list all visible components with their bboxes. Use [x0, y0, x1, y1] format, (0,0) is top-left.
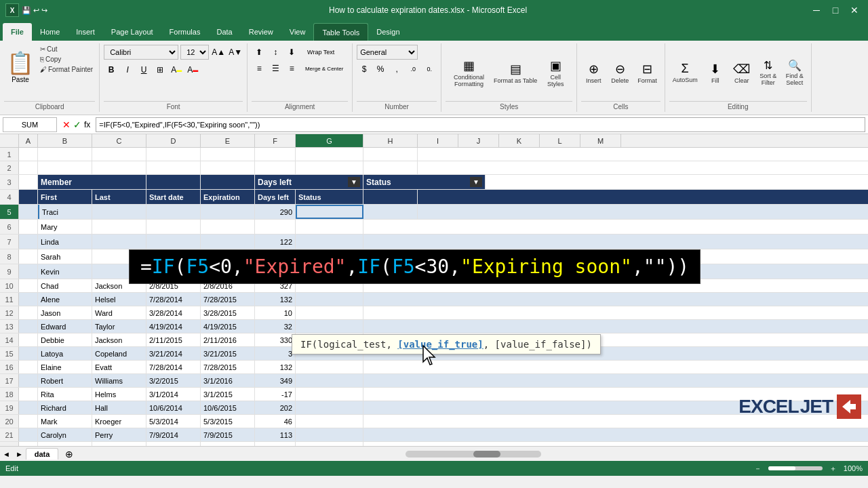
cell-d14[interactable]: 2/11/2015	[146, 333, 201, 346]
tab-insert[interactable]: Insert	[68, 23, 103, 41]
tab-review[interactable]: Review	[241, 23, 281, 41]
cell-b22[interactable]: Tim	[38, 442, 92, 446]
formula-input[interactable]	[96, 117, 865, 132]
cell-g1[interactable]	[296, 148, 363, 161]
cancel-formula-icon[interactable]: ✕	[62, 119, 71, 130]
cell-d17[interactable]: 3/2/2015	[146, 374, 201, 387]
cell-c19[interactable]: Hall	[92, 401, 146, 414]
cell-b8[interactable]: Sarah	[38, 249, 92, 264]
border-button[interactable]: ⊞	[153, 62, 167, 77]
align-top-button[interactable]: ⬆	[252, 45, 267, 60]
cell-d21[interactable]: 7/9/2014	[146, 428, 201, 441]
col-header-b[interactable]: B	[38, 134, 92, 147]
cell-g6[interactable]	[296, 220, 363, 234]
cell-c18[interactable]: Helms	[92, 388, 146, 401]
cell-b4[interactable]: First	[38, 190, 92, 204]
cell-d2[interactable]	[146, 161, 201, 174]
comma-button[interactable]: ,	[389, 62, 404, 77]
cell-d3[interactable]	[146, 175, 201, 189]
cell-c7[interactable]	[92, 235, 146, 249]
cell-a4[interactable]	[19, 190, 38, 204]
autosum-button[interactable]: Σ AutoSum	[669, 60, 701, 86]
number-format-selector[interactable]: General	[357, 45, 418, 60]
cell-f7[interactable]: 122	[255, 235, 296, 249]
cell-c6[interactable]	[92, 220, 146, 234]
cell-d6[interactable]	[146, 220, 201, 234]
tab-home[interactable]: Home	[32, 23, 68, 41]
cell-c5[interactable]	[92, 205, 146, 219]
cell-g7[interactable]	[296, 235, 363, 249]
tab-file[interactable]: File	[3, 23, 32, 41]
cell-a1[interactable]	[19, 148, 38, 161]
cell-b11[interactable]: Alene	[38, 293, 92, 306]
cell-b17[interactable]: Robert	[38, 374, 92, 387]
cell-f15[interactable]: 3	[255, 347, 296, 360]
conditional-formatting-button[interactable]: ▦ ConditionalFormatting	[450, 56, 488, 90]
cell-a22[interactable]	[19, 442, 38, 446]
cell-c17[interactable]: Williams	[92, 374, 146, 387]
insert-function-icon[interactable]: fx	[84, 120, 90, 129]
cell-c2[interactable]	[92, 161, 146, 174]
cell-e3[interactable]	[201, 175, 255, 189]
cell-f12[interactable]: 10	[255, 306, 296, 319]
currency-button[interactable]: $	[357, 62, 372, 77]
cell-h1[interactable]	[363, 148, 418, 161]
cell-d7[interactable]	[146, 235, 201, 249]
cell-e16[interactable]: 7/28/2015	[201, 361, 255, 373]
tab-data[interactable]: Data	[208, 23, 240, 41]
clear-button[interactable]: ⌫ Clear	[730, 60, 754, 87]
cell-g22[interactable]	[296, 442, 363, 446]
cell-h5[interactable]	[363, 205, 418, 219]
cell-g16[interactable]	[296, 361, 363, 373]
cell-a13[interactable]	[19, 320, 38, 333]
confirm-formula-icon[interactable]: ✓	[73, 119, 81, 130]
scroll-thumb[interactable]	[473, 451, 500, 458]
font-size-selector[interactable]: 12	[180, 45, 209, 60]
cell-b10[interactable]: Chad	[38, 279, 92, 292]
cell-b18[interactable]: Rita	[38, 388, 92, 401]
align-middle-button[interactable]: ↕	[268, 45, 283, 60]
cell-a8[interactable]	[19, 249, 38, 264]
cell-e7[interactable]	[201, 235, 255, 249]
cell-e18[interactable]: 3/1/2015	[201, 388, 255, 401]
delete-cells-button[interactable]: ⊖ Delete	[608, 60, 632, 87]
cell-a14[interactable]	[19, 333, 38, 346]
cell-f1[interactable]	[255, 148, 296, 161]
cell-e22[interactable]: 12/31/2015	[201, 442, 255, 446]
cell-e14[interactable]: 2/11/2016	[201, 333, 255, 346]
cell-f19[interactable]: 202	[255, 401, 296, 414]
cell-b14[interactable]: Debbie	[38, 333, 92, 346]
bold-button[interactable]: B	[104, 62, 119, 77]
font-color-button[interactable]: A▬	[185, 62, 200, 77]
col-header-h[interactable]: H	[363, 134, 418, 147]
cell-e11[interactable]: 7/28/2015	[201, 293, 255, 306]
col-header-d[interactable]: D	[146, 134, 201, 147]
cell-a7[interactable]	[19, 235, 38, 249]
nav-next[interactable]: ►	[13, 450, 26, 458]
cell-g3-status[interactable]: Status ▼	[363, 175, 486, 189]
cell-c4[interactable]: Last	[92, 190, 146, 204]
tab-design[interactable]: Design	[368, 23, 408, 41]
days-left-dropdown[interactable]: ▼	[348, 177, 360, 187]
cell-b15[interactable]: Latoya	[38, 347, 92, 360]
cell-d18[interactable]: 3/1/2014	[146, 388, 201, 401]
cell-d4[interactable]: Start date	[146, 190, 201, 204]
cell-e12[interactable]: 3/28/2015	[201, 306, 255, 319]
wrap-text-button[interactable]: Wrap Text	[300, 45, 341, 60]
cell-d5[interactable]	[146, 205, 201, 219]
cell-d19[interactable]: 10/6/2014	[146, 401, 201, 414]
cell-e4[interactable]: Expiration	[201, 190, 255, 204]
align-center-button[interactable]: ☰	[268, 61, 283, 76]
zoom-out-icon[interactable]: －	[754, 464, 762, 474]
cell-a17[interactable]	[19, 374, 38, 387]
italic-button[interactable]: I	[120, 62, 135, 77]
cell-f22[interactable]: 288	[255, 442, 296, 446]
nav-prev[interactable]: ◄	[0, 450, 13, 458]
merge-center-button[interactable]: Merge & Center	[300, 61, 348, 76]
fill-color-button[interactable]: A▬	[169, 62, 184, 77]
col-header-m[interactable]: M	[580, 134, 621, 147]
cell-d22[interactable]: 12/31/2014	[146, 442, 201, 446]
decrease-decimal-button[interactable]: 0.	[422, 62, 437, 77]
underline-button[interactable]: U	[136, 62, 151, 77]
cell-a15[interactable]	[19, 347, 38, 360]
